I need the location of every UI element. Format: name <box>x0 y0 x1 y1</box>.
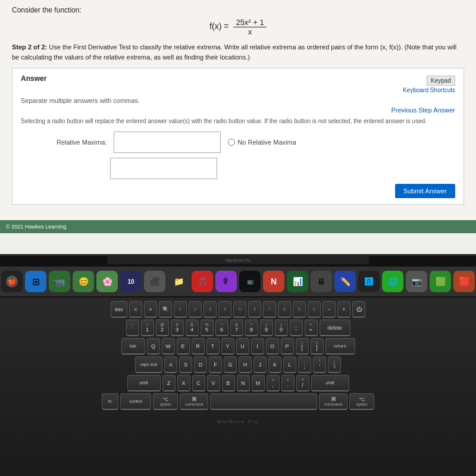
key-lt[interactable]: < <box>129 301 142 318</box>
dock-icon-launchpad[interactable]: ⊞ <box>25 271 46 292</box>
key-t[interactable]: T <box>206 338 220 355</box>
key-control[interactable]: control <box>120 393 151 410</box>
dock-icon-pencil[interactable]: ✏️ <box>334 271 356 292</box>
key-e[interactable]: E <box>177 338 190 355</box>
key-0[interactable]: )0 <box>275 320 288 336</box>
key-minus[interactable]: _- <box>290 320 303 336</box>
key-8[interactable]: *8 <box>245 320 258 336</box>
key-f8[interactable]: 8 <box>278 301 291 318</box>
key-k[interactable]: K <box>268 356 281 373</box>
key-gt[interactable]: > <box>144 301 157 318</box>
key-equals[interactable]: += <box>305 320 318 336</box>
key-f4[interactable]: 4 <box>218 301 231 318</box>
key-c[interactable]: C <box>192 375 205 392</box>
dock-icon-misc1[interactable]: ⬛ <box>144 271 165 292</box>
keyboard-shortcuts-link[interactable]: Keyboard Shortcuts <box>403 87 455 93</box>
key-comma[interactable]: <, <box>267 375 280 392</box>
key-w[interactable]: W <box>162 338 175 355</box>
key-backspace[interactable]: delete <box>320 320 350 336</box>
relative-maxima-input[interactable] <box>114 131 221 153</box>
key-f6[interactable]: 6 <box>248 301 261 318</box>
key-period[interactable]: >. <box>281 375 295 392</box>
key-power[interactable]: ⏻ <box>352 301 365 318</box>
dock-icon-screenshot[interactable]: 📷 <box>406 271 427 292</box>
dock-icon-apple[interactable]: 🍎 <box>1 271 23 292</box>
key-a[interactable]: A <box>164 356 177 373</box>
previous-step-link[interactable]: Previous Step Answer <box>21 107 455 114</box>
key-m[interactable]: M <box>252 375 265 392</box>
key-q[interactable]: Q <box>147 338 160 355</box>
key-esc[interactable]: esc <box>111 301 127 318</box>
key-command-right[interactable]: ⌘command <box>319 393 347 410</box>
key-f3[interactable]: 3 <box>203 301 217 318</box>
key-option-right[interactable]: ⌥option <box>349 393 374 410</box>
key-y[interactable]: Y <box>221 338 234 355</box>
key-4[interactable]: $4 <box>186 320 199 336</box>
dock-icon-misc2[interactable]: 🟩 <box>430 271 451 292</box>
submit-button[interactable]: Submit Answer <box>395 184 455 198</box>
key-f[interactable]: F <box>209 356 222 373</box>
key-plus-fn[interactable]: + <box>337 301 350 318</box>
relative-minima-input[interactable] <box>110 158 217 179</box>
dock-icon-podcasts[interactable]: 🎙 <box>215 271 237 292</box>
key-slash[interactable]: ?/ <box>296 375 309 392</box>
key-7[interactable]: &7 <box>230 320 243 336</box>
dock-icon-chrome[interactable]: 🌐 <box>382 271 403 292</box>
dock-icon-finder2[interactable]: 📁 <box>168 271 189 292</box>
key-backslash[interactable]: |\ <box>328 356 341 373</box>
key-b[interactable]: B <box>222 375 235 392</box>
key-r[interactable]: R <box>192 338 205 355</box>
key-open-bracket[interactable]: {[ <box>296 338 309 355</box>
dock-icon-calendar[interactable]: 10 <box>120 271 142 292</box>
key-h[interactable]: H <box>239 356 252 373</box>
key-j[interactable]: J <box>253 356 267 373</box>
key-i[interactable]: I <box>251 338 264 355</box>
key-z[interactable]: Z <box>162 375 176 392</box>
key-f2[interactable]: 2 <box>189 301 202 318</box>
keypad-button[interactable]: Keypad <box>427 76 455 86</box>
key-l[interactable]: L <box>283 356 296 373</box>
dock-icon-n[interactable]: N <box>263 271 284 292</box>
dock-icon-misc3[interactable]: 🟥 <box>453 271 475 292</box>
dock-icon-photos[interactable]: 🌸 <box>96 271 118 292</box>
key-f1[interactable]: 1 <box>174 301 187 318</box>
no-relative-maxima-radio[interactable] <box>228 139 235 146</box>
key-s[interactable]: S <box>179 356 192 373</box>
dock-icon-a[interactable]: 🅰 <box>358 271 380 292</box>
key-enter[interactable]: return <box>325 338 355 355</box>
key-f10[interactable]: 0 <box>308 301 321 318</box>
key-semicolon[interactable]: :; <box>298 356 311 373</box>
key-fn-bottom[interactable]: fn <box>102 393 118 410</box>
key-u[interactable]: U <box>236 338 249 355</box>
key-p[interactable]: P <box>281 338 294 355</box>
key-command-left[interactable]: ⌘command <box>180 393 208 410</box>
dock-icon-chart[interactable]: 📊 <box>287 271 308 292</box>
key-shift-left[interactable]: shift <box>127 375 161 392</box>
key-o[interactable]: O <box>266 338 279 355</box>
key-f5[interactable]: 5 <box>233 301 246 318</box>
key-v[interactable]: V <box>207 375 220 392</box>
key-space[interactable] <box>210 393 317 410</box>
key-n[interactable]: N <box>237 375 250 392</box>
key-search[interactable]: 🔍 <box>159 301 172 318</box>
key-6[interactable]: ^6 <box>215 320 228 336</box>
key-1[interactable]: !1 <box>141 320 154 336</box>
key-option-left[interactable]: ⌥option <box>153 393 178 410</box>
key-backtick[interactable]: ~` <box>126 320 139 336</box>
key-f9[interactable]: 9 <box>293 301 306 318</box>
key-close-bracket[interactable]: }] <box>311 338 324 355</box>
key-d[interactable]: D <box>194 356 207 373</box>
dock-icon-finder[interactable]: 😊 <box>73 271 94 292</box>
key-f7[interactable]: 7 <box>263 301 276 318</box>
key-9[interactable]: (9 <box>260 320 273 336</box>
key-minus-fn[interactable]: − <box>322 301 336 318</box>
key-capslock[interactable]: caps lock <box>135 356 162 373</box>
dock-icon-appletv[interactable]: 📺 <box>239 271 261 292</box>
key-5[interactable]: %5 <box>201 320 214 336</box>
previous-step-anchor[interactable]: Previous Step Answer <box>391 107 455 114</box>
key-2[interactable]: @2 <box>156 320 169 336</box>
key-tab[interactable]: tab <box>121 338 145 355</box>
key-x[interactable]: X <box>177 375 190 392</box>
dock-icon-music[interactable]: 🎵 <box>192 271 213 292</box>
key-g[interactable]: G <box>224 356 237 373</box>
